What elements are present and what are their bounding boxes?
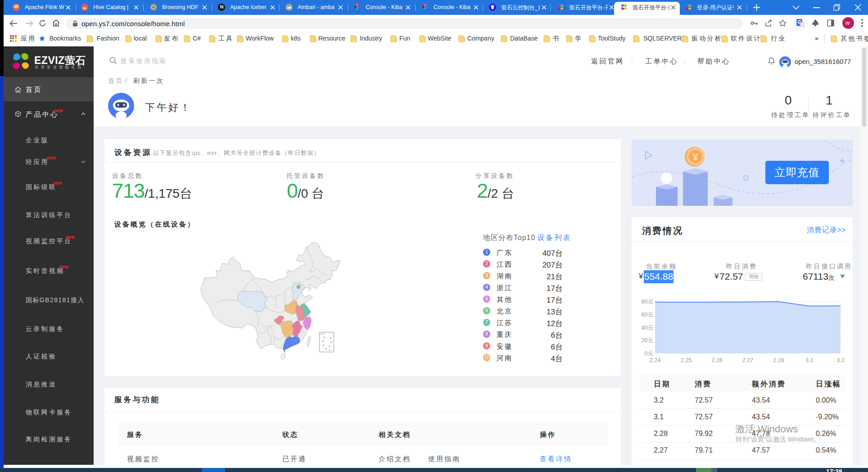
svg-text:3.2: 3.2: [836, 357, 844, 363]
svg-text:3.1: 3.1: [805, 357, 813, 363]
svg-text:2.26: 2.26: [711, 357, 722, 363]
svg-text:0元: 0元: [645, 350, 653, 357]
svg-text:80元: 80元: [642, 299, 653, 305]
svg-text:40元: 40元: [642, 325, 653, 331]
svg-text:60元: 60元: [642, 312, 653, 318]
svg-text:2.27: 2.27: [742, 357, 753, 363]
svg-text:2.25: 2.25: [681, 357, 692, 363]
svg-text:2.24: 2.24: [650, 357, 660, 363]
svg-text:2.28: 2.28: [773, 357, 784, 363]
svg-text:20元: 20元: [642, 337, 653, 344]
